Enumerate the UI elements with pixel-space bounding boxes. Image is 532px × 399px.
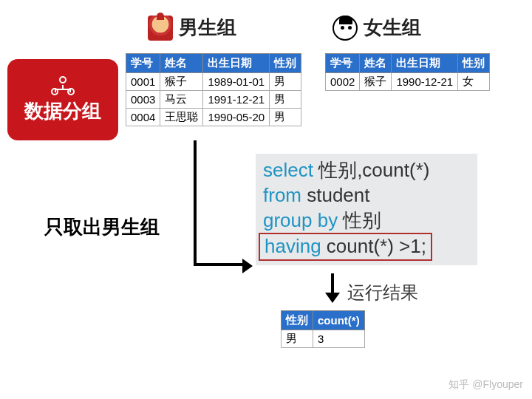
arrow-path	[194, 140, 245, 266]
male-group-heading: 男生组	[148, 15, 236, 41]
female-table: 学号 姓名 出生日期 性别 0002猴子1990-12-21女	[325, 53, 490, 91]
col-id: 学号	[326, 54, 360, 73]
result-label: 运行结果	[347, 281, 418, 304]
arrow-right-head-icon	[242, 259, 253, 273]
col-id: 学号	[126, 54, 160, 73]
col-birth: 出生日期	[392, 54, 458, 73]
col-name: 姓名	[160, 54, 203, 73]
table-row: 男3	[282, 330, 365, 348]
arrow-down-head-icon	[325, 293, 340, 303]
rescol-count: count(*)	[313, 311, 365, 330]
tree-icon	[51, 76, 75, 95]
sql-having-line: having count(*) >1;	[259, 233, 432, 261]
sql-line: select 性别,count(*)	[263, 158, 470, 183]
table-row: 0001猴子1989-01-01男	[126, 73, 301, 91]
red-box-label: 数据分组	[24, 98, 101, 124]
table-row: 0003马云1991-12-21男	[126, 91, 301, 109]
sql-line: from student	[263, 183, 470, 208]
data-grouping-box: 数据分组	[7, 59, 118, 140]
rescol-gender: 性别	[282, 311, 313, 330]
sub-heading: 只取出男生组	[44, 214, 160, 240]
col-gender: 性别	[458, 54, 490, 73]
table-row: 0004王思聪1990-05-20男	[126, 109, 301, 126]
sql-block: select 性别,count(*) from student group by…	[256, 154, 477, 265]
monkey-avatar-icon	[148, 16, 173, 41]
sql-line: group by 性别	[263, 208, 470, 233]
col-birth: 出生日期	[203, 54, 270, 73]
result-table: 性别 count(*) 男3	[281, 310, 365, 348]
male-heading-text: 男生组	[179, 15, 236, 41]
female-group-heading: 女生组	[332, 15, 421, 41]
male-table: 学号 姓名 出生日期 性别 0001猴子1989-01-01男 0003马云19…	[126, 53, 301, 126]
watermark: 知乎 @Flyouper	[449, 378, 523, 392]
girl-avatar-icon	[332, 16, 358, 41]
col-name: 姓名	[360, 54, 392, 73]
col-gender: 性别	[270, 54, 301, 73]
female-heading-text: 女生组	[364, 15, 421, 41]
table-row: 0002猴子1990-12-21女	[326, 73, 490, 91]
